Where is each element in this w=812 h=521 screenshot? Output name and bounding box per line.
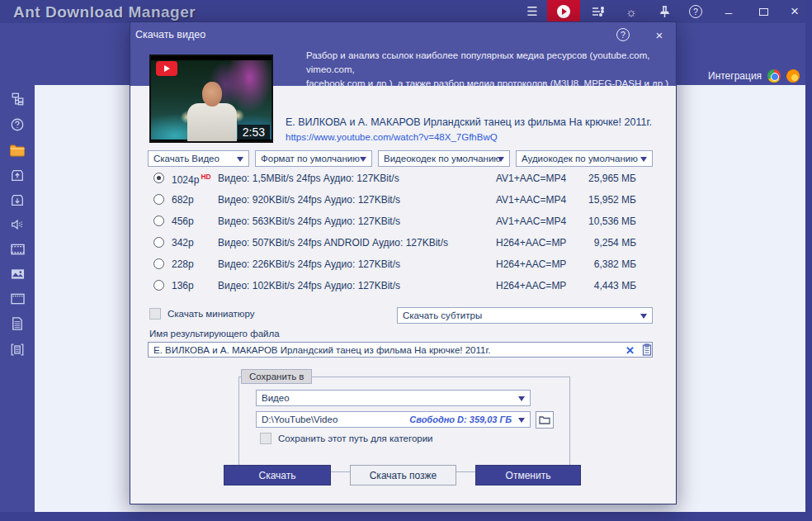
sidebar-item-program[interactable]: [0, 288, 35, 310]
size-label: 9,254 МБ: [594, 237, 636, 249]
folder-icon: [9, 143, 26, 158]
radio[interactable]: [153, 258, 164, 269]
save-path-value: D:\YouTube\Video: [262, 414, 338, 424]
bitrate-details: Видео: 920KBit/s 24fps Аудио: 127KBit/s: [218, 194, 400, 206]
download-button[interactable]: Скачать: [224, 465, 331, 485]
sidebar-item-categories[interactable]: [0, 88, 35, 110]
resolution-label: 682p: [172, 194, 194, 206]
keep-path-checkbox[interactable]: [260, 433, 271, 444]
resolution-label: 456p: [172, 216, 194, 227]
film-icon: [10, 243, 26, 256]
dialog-help-icon[interactable]: ?: [616, 28, 630, 41]
integration-block: Интеграция: [708, 69, 800, 83]
sidebar-item-image[interactable]: [0, 263, 35, 285]
sidebar-item-archive[interactable]: [0, 339, 35, 360]
codec-label: AV1+AAC=MP4: [496, 216, 566, 227]
audio-codec-combo[interactable]: Аудиокодек по умолчанию: [516, 150, 653, 167]
video-url-link[interactable]: https://www.youtube.com/watch?v=48X_7Gfh…: [286, 132, 498, 142]
filename-label: Имя результирующего файла: [149, 329, 280, 339]
format-row[interactable]: 456p Видео: 563KBit/s 24fps Аудио: 127KB…: [148, 211, 653, 232]
save-to-label: Сохранить в: [241, 369, 312, 384]
pin-icon[interactable]: [649, 0, 679, 23]
format-row[interactable]: 136p Видео: 102KBit/s 24fps Аудио: 127KB…: [148, 275, 653, 296]
minimize-icon[interactable]: –: [714, 0, 744, 23]
free-space-label: Свободно D: 359,03 ГБ: [409, 414, 512, 424]
keep-path-row: Сохранить этот путь для категории: [260, 433, 433, 444]
close-icon[interactable]: ×: [780, 0, 810, 23]
box-arrow-down-icon: [10, 192, 25, 207]
bitrate-details: Видео: 226KBit/s 24fps Аудио: 127KBit/s: [218, 258, 400, 270]
chevron-down-icon: [498, 157, 504, 162]
record-play-icon[interactable]: [547, 0, 580, 23]
category-tree-icon: [10, 92, 25, 107]
sidebar-item-unknown[interactable]: [0, 114, 35, 135]
radio[interactable]: [153, 216, 164, 226]
bitrate-details: Видео: 563KBit/s 24fps Аудио: 127KBit/s: [218, 216, 400, 227]
sidebar-item-video[interactable]: [0, 239, 35, 260]
radio[interactable]: [153, 237, 164, 248]
keep-path-label: Сохранить этот путь для категории: [278, 433, 433, 443]
radio[interactable]: [153, 280, 164, 291]
filename-input[interactable]: [148, 342, 653, 358]
question-icon: [10, 117, 25, 132]
format-row[interactable]: 342p Видео: 507KBit/s 24fps ANDROID Ауди…: [148, 232, 653, 253]
app-logo: Ant Download Manager: [13, 3, 196, 21]
codec-label: H264+AAC=MP: [496, 237, 566, 249]
download-later-button[interactable]: Скачать позже: [350, 465, 456, 485]
sidebar-item-export[interactable]: [0, 164, 35, 186]
window-right-border: [805, 0, 812, 521]
size-label: 6,382 МБ: [594, 258, 636, 270]
format-row[interactable]: 228p Видео: 226KBit/s 24fps Аудио: 127KB…: [148, 253, 653, 275]
action-combo[interactable]: Скачать Видео: [148, 150, 249, 167]
document-icon: [11, 316, 24, 331]
codec-label: H264+AAC=MP: [496, 258, 566, 270]
format-row[interactable]: 682p Видео: 920KBit/s 24fps Аудио: 127KB…: [148, 189, 653, 211]
dialog-description: Разбор и анализ ссылок наиболее популярн…: [306, 49, 673, 91]
save-path-combo[interactable]: D:\YouTube\Video Свободно D: 359,03 ГБ: [256, 411, 531, 428]
chrome-icon[interactable]: [767, 69, 781, 83]
bitrate-details: Видео: 507KBit/s 24fps ANDROID Аудио: 12…: [218, 237, 448, 249]
thumbnail-checkbox-label: Скачать миниатюру: [168, 309, 254, 319]
thumbnail-checkbox[interactable]: [149, 308, 161, 320]
video-codec-combo[interactable]: Видеокодек по умолчанию: [378, 150, 510, 167]
codec-label: AV1+AAC=MP4: [496, 173, 566, 184]
category-combo[interactable]: Видео: [256, 390, 531, 406]
chevron-down-icon: [640, 314, 647, 319]
app-help-icon[interactable]: ?: [681, 0, 710, 23]
paste-icon[interactable]: [642, 343, 652, 359]
cancel-button[interactable]: Отменить: [475, 465, 581, 485]
subtitles-combo[interactable]: Скачать субтитры: [397, 307, 653, 324]
codec-label: H264+AAC=MP: [496, 280, 566, 291]
dialog-close-icon[interactable]: ×: [653, 28, 666, 41]
video-duration-badge: 2:53: [238, 125, 270, 140]
play-icon: [557, 5, 570, 18]
clear-filename-icon[interactable]: ✕: [626, 344, 635, 357]
sidebar-item-audio[interactable]: [0, 214, 35, 235]
chevron-down-icon: [518, 418, 525, 423]
sidebar-item-document[interactable]: [0, 313, 35, 334]
sidebar-item-folder[interactable]: [0, 140, 35, 161]
archive-icon: [10, 343, 25, 357]
thumbnail-person: [187, 103, 237, 141]
size-label: 10,536 МБ: [588, 216, 636, 227]
bitrate-details: Видео: 102KBit/s 24fps Аудио: 127KBit/s: [218, 280, 400, 291]
resolution-label: 1024p: [172, 174, 199, 186]
codec-label: AV1+AAC=MP4: [496, 194, 566, 206]
hd-badge: HD: [201, 173, 210, 181]
format-combo[interactable]: Формат по умолчанию: [255, 150, 372, 167]
menu-icon[interactable]: ☰: [517, 0, 547, 23]
firefox-icon[interactable]: [786, 69, 800, 83]
download-list-icon[interactable]: [583, 0, 613, 23]
folder-open-icon: [539, 415, 550, 424]
sidebar-item-import[interactable]: [0, 189, 35, 211]
radio[interactable]: [153, 194, 164, 205]
download-video-dialog: Скачать видео ? × Разбор и анализ ссылок…: [130, 21, 677, 504]
format-row[interactable]: 1024pHD Видео: 1,5MBit/s 24fps Аудио: 12…: [148, 168, 653, 189]
radio-selected[interactable]: [153, 173, 164, 183]
description-line-1: Разбор и анализ ссылок наиболее популярн…: [306, 49, 673, 77]
browse-folder-button[interactable]: [536, 411, 554, 429]
chevron-down-icon: [237, 157, 243, 162]
maximize-icon[interactable]: [748, 0, 778, 23]
sidebar: [0, 23, 35, 512]
theme-sun-icon[interactable]: ☼: [616, 0, 646, 23]
